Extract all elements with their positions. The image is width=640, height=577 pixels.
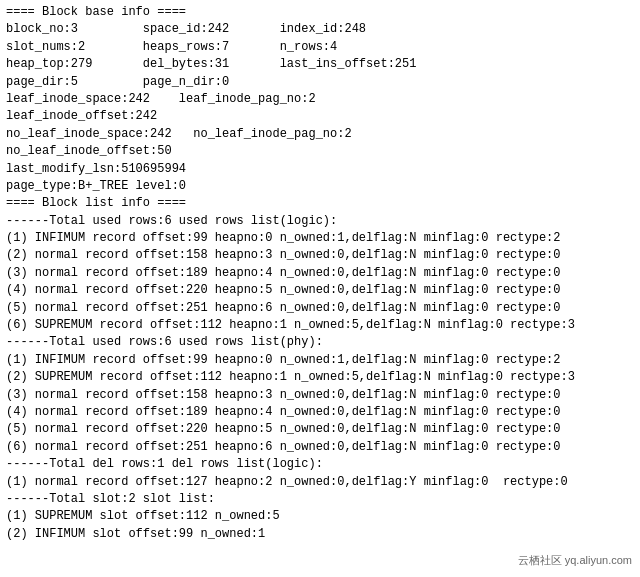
line: slot_nums:2 heaps_rows:7 n_rows:4 <box>6 39 634 56</box>
line: ------Total slot:2 slot list: <box>6 491 634 508</box>
line: (3) normal record offset:189 heapno:4 n_… <box>6 265 634 282</box>
line: (1) INFIMUM record offset:99 heapno:0 n_… <box>6 352 634 369</box>
line: last_modify_lsn:510695994 <box>6 161 634 178</box>
line: ------Total used rows:6 used rows list(l… <box>6 213 634 230</box>
line: leaf_inode_space:242 leaf_inode_pag_no:2 <box>6 91 634 108</box>
watermark: 云栖社区 yq.aliyun.com <box>518 553 632 569</box>
line: (3) normal record offset:158 heapno:3 n_… <box>6 387 634 404</box>
line: (6) normal record offset:251 heapno:6 n_… <box>6 439 634 456</box>
line: page_type:B+_TREE level:0 <box>6 178 634 195</box>
line: (1) INFIMUM record offset:99 heapno:0 n_… <box>6 230 634 247</box>
line: (5) normal record offset:220 heapno:5 n_… <box>6 421 634 438</box>
line: ==== Block base info ==== <box>6 4 634 21</box>
line: (4) normal record offset:189 heapno:4 n_… <box>6 404 634 421</box>
line: (1) normal record offset:127 heapno:2 n_… <box>6 474 634 491</box>
line: (4) normal record offset:220 heapno:5 n_… <box>6 282 634 299</box>
line: page_dir:5 page_n_dir:0 <box>6 74 634 91</box>
line: (5) normal record offset:251 heapno:6 n_… <box>6 300 634 317</box>
line: ------Total used rows:6 used rows list(p… <box>6 334 634 351</box>
line: no_leaf_inode_offset:50 <box>6 143 634 160</box>
line: block_no:3 space_id:242 index_id:248 <box>6 21 634 38</box>
line: leaf_inode_offset:242 <box>6 108 634 125</box>
block-info-display: ==== Block base info ====block_no:3 spac… <box>6 4 634 543</box>
line: heap_top:279 del_bytes:31 last_ins_offse… <box>6 56 634 73</box>
line: (6) SUPREMUM record offset:112 heapno:1 … <box>6 317 634 334</box>
line: no_leaf_inode_space:242 no_leaf_inode_pa… <box>6 126 634 143</box>
line: ------Total del rows:1 del rows list(log… <box>6 456 634 473</box>
line: (2) INFIMUM slot offset:99 n_owned:1 <box>6 526 634 543</box>
line: ==== Block list info ==== <box>6 195 634 212</box>
line: (2) SUPREMUM record offset:112 heapno:1 … <box>6 369 634 386</box>
line: (1) SUPREMUM slot offset:112 n_owned:5 <box>6 508 634 525</box>
line: (2) normal record offset:158 heapno:3 n_… <box>6 247 634 264</box>
